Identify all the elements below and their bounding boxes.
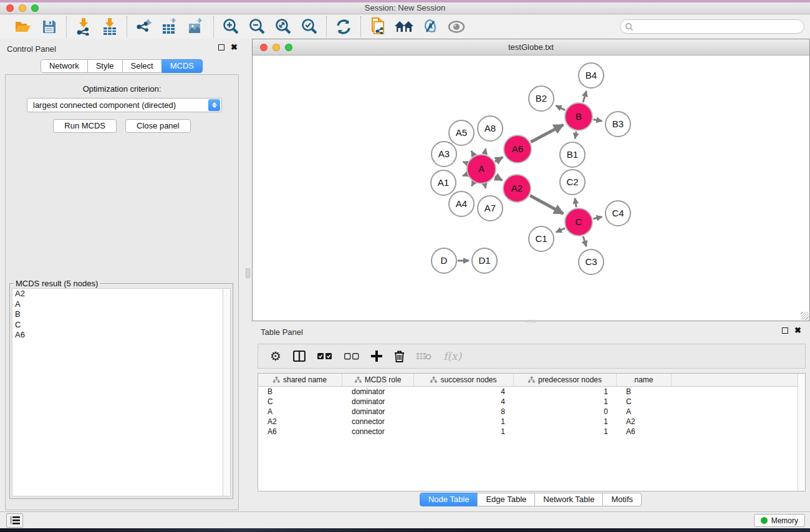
import-table-icon[interactable]	[100, 17, 120, 37]
result-scrollbar[interactable]	[223, 288, 231, 496]
graph-node-C2[interactable]: C2	[560, 170, 585, 195]
table-row[interactable]: Adominator80A	[258, 407, 805, 417]
settings-gear-icon[interactable]: ⚙	[270, 350, 281, 362]
refresh-icon[interactable]	[334, 17, 354, 37]
graph-edge-A-A4[interactable]	[471, 183, 473, 186]
hide-graphics-details-icon[interactable]	[420, 17, 440, 37]
close-window-button[interactable]	[6, 4, 14, 12]
import-network-icon[interactable]	[74, 17, 94, 37]
graph-edge-A-A2[interactable]	[495, 177, 502, 180]
column-header-predecessor-nodes[interactable]: predecessor nodes	[514, 374, 617, 386]
graph-edge-A-A3[interactable]	[463, 162, 467, 163]
graph-edge-A-A8[interactable]	[485, 148, 486, 153]
table-row[interactable]: A6connector11A6	[258, 427, 805, 437]
graph-edge-A2-C[interactable]	[530, 195, 563, 213]
zoom-selected-icon[interactable]	[299, 17, 319, 37]
tab-node-table[interactable]: Node Table	[420, 493, 478, 506]
export-table-icon[interactable]	[160, 17, 180, 37]
table-row[interactable]: A2connector11A2	[258, 417, 805, 427]
add-column-icon[interactable]	[371, 351, 382, 362]
float-panel-icon[interactable]	[218, 44, 224, 51]
result-item[interactable]: C	[12, 320, 223, 331]
network-window-titlebar[interactable]: testGlobe.txt	[253, 39, 809, 56]
column-header-shared-name[interactable]: shared name	[258, 374, 342, 386]
graph-edge-A6-B[interactable]	[531, 125, 563, 142]
network-canvas[interactable]: B4B2BB3A8A5A6A3B1AA1C2A2A4A7C4CC1DD1C3	[253, 56, 809, 321]
window-resize-grip[interactable]	[801, 312, 809, 320]
graph-node-C4[interactable]: C4	[605, 201, 630, 226]
zoom-out-icon[interactable]	[247, 17, 267, 37]
open-file-icon[interactable]	[13, 17, 33, 37]
clone-network-icon[interactable]	[368, 17, 388, 37]
graph-edge-A-A1[interactable]	[463, 174, 466, 175]
run-mcds-button[interactable]: Run MCDS	[53, 119, 117, 133]
search-box[interactable]	[620, 19, 804, 34]
graph-edge-A-A5[interactable]	[471, 151, 474, 155]
graph-edge-C-C4[interactable]	[593, 217, 602, 219]
graph-node-C3[interactable]: C3	[579, 249, 604, 274]
task-history-button[interactable]	[6, 513, 23, 528]
export-network-icon[interactable]	[134, 17, 154, 37]
graph-node-B2[interactable]: B2	[529, 86, 554, 111]
graph-edge-C-C1[interactable]	[556, 228, 565, 232]
close-panel-button[interactable]: Close panel	[125, 119, 191, 133]
graph-edge-A-A7[interactable]	[485, 184, 485, 188]
minimize-window-button[interactable]	[19, 4, 26, 12]
graph-node-B1[interactable]: B1	[560, 142, 585, 167]
graph-node-A4[interactable]: A4	[449, 191, 474, 216]
graph-node-C1[interactable]: C1	[529, 226, 554, 251]
graph-edge-B-B4[interactable]	[583, 91, 586, 102]
delete-columns-icon[interactable]	[394, 351, 405, 362]
table-row[interactable]: Cdominator41C	[258, 397, 805, 407]
select-all-checkboxes-icon[interactable]	[317, 353, 332, 360]
tab-motifs[interactable]: Motifs	[602, 493, 642, 506]
tab-style[interactable]: Style	[87, 59, 123, 73]
graph-node-A5[interactable]: A5	[449, 120, 474, 145]
function-builder-icon[interactable]: f(x)	[443, 350, 461, 362]
graph-node-A1[interactable]: A1	[431, 170, 456, 195]
tab-network-table[interactable]: Network Table	[534, 493, 603, 506]
graph-edge-C-C2[interactable]	[575, 198, 576, 208]
graph-node-D[interactable]: D	[432, 248, 456, 273]
vertical-splitter-grip[interactable]	[246, 268, 250, 278]
network-close-button[interactable]	[260, 44, 268, 51]
graph-node-C[interactable]: C	[565, 208, 592, 236]
column-header-successor-nodes[interactable]: successor nodes	[414, 374, 514, 386]
graph-edge-B-B3[interactable]	[594, 119, 602, 121]
graph-node-A[interactable]: A	[467, 155, 496, 183]
network-maximize-button[interactable]	[285, 44, 292, 51]
column-header-MCDS-role[interactable]: MCDS role	[342, 374, 414, 386]
graph-node-A2[interactable]: A2	[503, 175, 531, 202]
graph-node-B3[interactable]: B3	[605, 112, 630, 137]
float-table-panel-icon[interactable]	[782, 327, 788, 334]
maximize-window-button[interactable]	[31, 4, 39, 12]
graph-node-D1[interactable]: D1	[472, 248, 497, 273]
zoom-fit-icon[interactable]	[273, 17, 293, 37]
tab-mcds[interactable]: MCDS	[162, 59, 203, 73]
graph-edge-B-B2[interactable]	[556, 105, 565, 110]
column-header-name[interactable]: name	[617, 374, 672, 386]
save-session-icon[interactable]	[39, 17, 59, 37]
close-table-panel-icon[interactable]: ✖	[794, 327, 801, 334]
tab-network[interactable]: Network	[41, 59, 88, 73]
graph-edge-C-C3[interactable]	[583, 236, 586, 246]
graph-node-A3[interactable]: A3	[432, 142, 456, 167]
column-layout-icon[interactable]	[293, 351, 306, 362]
memory-button[interactable]: Memory	[754, 514, 805, 527]
graph-node-A8[interactable]: A8	[478, 116, 503, 141]
table-row[interactable]: Bdominator41B	[258, 387, 805, 397]
deselect-all-checkboxes-icon[interactable]	[344, 353, 359, 360]
search-input[interactable]	[634, 22, 804, 31]
table-scrollbar[interactable]	[798, 374, 805, 491]
zoom-in-icon[interactable]	[221, 17, 241, 37]
network-minimize-button[interactable]	[272, 44, 280, 51]
tab-select[interactable]: Select	[122, 59, 162, 73]
graph-edge-B-B1[interactable]	[575, 132, 576, 139]
result-item[interactable]: A6	[12, 330, 223, 341]
graph-node-B[interactable]: B	[565, 103, 592, 130]
tab-edge-table[interactable]: Edge Table	[477, 493, 535, 506]
home-layout-icon[interactable]	[394, 17, 414, 37]
graph-node-A7[interactable]: A7	[478, 196, 503, 221]
close-panel-icon[interactable]: ✖	[231, 44, 238, 51]
show-view-icon[interactable]	[446, 17, 466, 37]
